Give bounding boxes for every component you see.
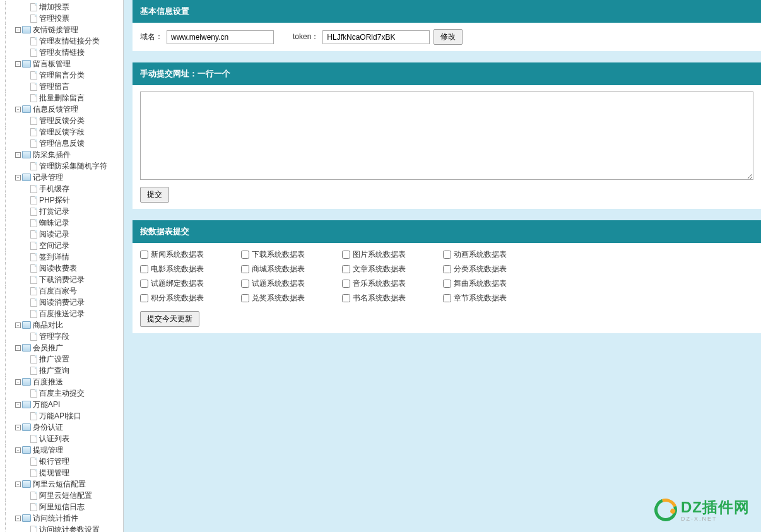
table-checkbox-item[interactable]: 文章系统数据表 — [342, 264, 437, 275]
tree-item[interactable]: 万能API接口 — [0, 410, 123, 422]
table-checkbox-item[interactable]: 电影系统数据表 — [140, 264, 235, 275]
table-checkbox-item[interactable]: 兑奖系统数据表 — [241, 293, 336, 304]
table-checkbox[interactable] — [342, 251, 350, 259]
sidebar-tree[interactable]: 增加投票管理投票-友情链接管理管理友情链接分类管理友情链接-留言板管理管理留言分… — [0, 0, 124, 532]
tree-item[interactable]: 管理信息反馈 — [0, 138, 123, 149]
tree-item[interactable]: 管理防采集随机字符 — [0, 160, 123, 172]
tree-item[interactable]: 签到详情 — [0, 251, 123, 263]
token-input[interactable] — [322, 30, 430, 44]
tree-toggle-icon[interactable]: - — [15, 482, 21, 487]
submit-button[interactable]: 提交 — [140, 187, 169, 203]
table-checkbox-item[interactable]: 分类系统数据表 — [443, 264, 538, 275]
tree-toggle-icon[interactable]: - — [15, 61, 21, 67]
table-checkbox[interactable] — [241, 294, 249, 302]
domain-input[interactable] — [167, 30, 274, 44]
tree-item[interactable]: 推广查询 — [0, 365, 123, 376]
tree-folder[interactable]: -商品对比 — [0, 319, 123, 331]
tree-toggle-icon[interactable]: - — [15, 27, 21, 33]
table-checkbox[interactable] — [342, 265, 350, 273]
tree-item[interactable]: 管理字段 — [0, 331, 123, 342]
tree-folder[interactable]: -防采集插件 — [0, 149, 123, 160]
tree-item[interactable]: 管理友情链接分类 — [0, 35, 123, 47]
url-textarea[interactable] — [140, 92, 753, 180]
table-checkbox[interactable] — [241, 265, 249, 273]
table-checkbox[interactable] — [443, 251, 451, 259]
tree-item[interactable]: PHP探针 — [0, 194, 123, 206]
table-checkbox[interactable] — [241, 251, 249, 259]
tree-folder[interactable]: -友情链接管理 — [0, 24, 123, 35]
tree-toggle-icon[interactable]: - — [15, 402, 21, 408]
tree-item[interactable]: 认证列表 — [0, 433, 123, 444]
tree-label: 推广设置 — [39, 354, 69, 365]
table-checkbox[interactable] — [443, 265, 451, 273]
tree-item[interactable]: 银行管理 — [0, 456, 123, 467]
tree-item[interactable]: 阅读记录 — [0, 228, 123, 240]
tree-folder[interactable]: -会员推广 — [0, 342, 123, 353]
tree-toggle-icon[interactable]: - — [15, 152, 21, 158]
tree-item[interactable]: 阅读收费表 — [0, 263, 123, 274]
tree-toggle-icon[interactable]: - — [15, 322, 21, 328]
tree-item[interactable]: 百度主动提交 — [0, 387, 123, 399]
tree-item[interactable]: 管理留言分类 — [0, 69, 123, 81]
tree-toggle-icon[interactable]: - — [15, 425, 21, 430]
tree-folder[interactable]: -百度推送 — [0, 376, 123, 387]
table-checkbox-item[interactable]: 章节系统数据表 — [443, 293, 538, 304]
tree-item[interactable]: 打赏记录 — [0, 206, 123, 217]
tree-toggle-icon[interactable]: - — [15, 516, 21, 521]
tree-item[interactable]: 批量删除留言 — [0, 92, 123, 103]
tree-toggle-icon[interactable]: - — [15, 345, 21, 351]
tree-item[interactable]: 管理反馈分类 — [0, 115, 123, 126]
table-checkbox-item[interactable]: 音乐系统数据表 — [342, 278, 437, 289]
tree-folder[interactable]: -提现管理 — [0, 444, 123, 456]
tree-item[interactable]: 管理投票 — [0, 13, 123, 24]
submit-today-button[interactable]: 提交今天更新 — [140, 311, 199, 327]
tree-item[interactable]: 手机缓存 — [0, 183, 123, 194]
tree-item[interactable]: 空间记录 — [0, 240, 123, 251]
tree-item[interactable]: 阿里云短信配置 — [0, 490, 123, 501]
tree-item[interactable]: 管理友情链接 — [0, 47, 123, 58]
tree-toggle-icon[interactable]: - — [15, 379, 21, 385]
table-checkbox-item[interactable]: 积分系统数据表 — [140, 293, 235, 304]
table-checkbox-item[interactable]: 动画系统数据表 — [443, 249, 538, 260]
table-checkbox-item[interactable]: 下载系统数据表 — [241, 249, 336, 260]
table-checkbox-item[interactable]: 商城系统数据表 — [241, 264, 336, 275]
tree-toggle-icon[interactable]: - — [15, 175, 21, 180]
tree-folder[interactable]: -万能API — [0, 399, 123, 410]
table-checkbox[interactable] — [140, 265, 148, 273]
table-checkbox[interactable] — [140, 294, 148, 302]
table-checkbox-item[interactable]: 书名系统数据表 — [342, 293, 437, 304]
table-checkbox[interactable] — [140, 251, 148, 259]
tree-item[interactable]: 蜘蛛记录 — [0, 217, 123, 228]
tree-item[interactable]: 阅读消费记录 — [0, 297, 123, 308]
tree-item[interactable]: 阿里短信日志 — [0, 501, 123, 512]
modify-button[interactable]: 修改 — [434, 29, 463, 45]
table-checkbox[interactable] — [140, 280, 148, 288]
tree-item[interactable]: 百度百家号 — [0, 285, 123, 297]
tree-folder[interactable]: -访问统计插件 — [0, 512, 123, 524]
tree-item[interactable]: 增加投票 — [0, 1, 123, 13]
tree-item[interactable]: 推广设置 — [0, 353, 123, 365]
tree-folder[interactable]: -信息反馈管理 — [0, 103, 123, 115]
table-checkbox[interactable] — [443, 280, 451, 288]
tree-toggle-icon[interactable]: - — [15, 447, 21, 453]
tree-toggle-icon[interactable]: - — [15, 107, 21, 112]
tree-folder[interactable]: -身份认证 — [0, 422, 123, 433]
table-checkbox-item[interactable]: 图片系统数据表 — [342, 249, 437, 260]
tree-item[interactable]: 管理留言 — [0, 81, 123, 92]
table-checkbox-item[interactable]: 舞曲系统数据表 — [443, 278, 538, 289]
tree-folder[interactable]: -阿里云短信配置 — [0, 478, 123, 490]
table-checkbox[interactable] — [342, 280, 350, 288]
table-checkbox-item[interactable]: 新闻系统数据表 — [140, 249, 235, 260]
tree-item[interactable]: 百度推送记录 — [0, 308, 123, 319]
tree-folder[interactable]: -留言板管理 — [0, 58, 123, 69]
table-checkbox-item[interactable]: 试题系统数据表 — [241, 278, 336, 289]
table-checkbox[interactable] — [241, 280, 249, 288]
tree-folder[interactable]: -记录管理 — [0, 172, 123, 183]
tree-item[interactable]: 访问统计参数设置 — [0, 524, 123, 532]
tree-item[interactable]: 提现管理 — [0, 467, 123, 478]
tree-item[interactable]: 管理反馈字段 — [0, 126, 123, 138]
table-checkbox[interactable] — [342, 294, 350, 302]
table-checkbox[interactable] — [443, 294, 451, 302]
tree-item[interactable]: 下载消费记录 — [0, 274, 123, 285]
table-checkbox-item[interactable]: 试题绑定数据表 — [140, 278, 235, 289]
